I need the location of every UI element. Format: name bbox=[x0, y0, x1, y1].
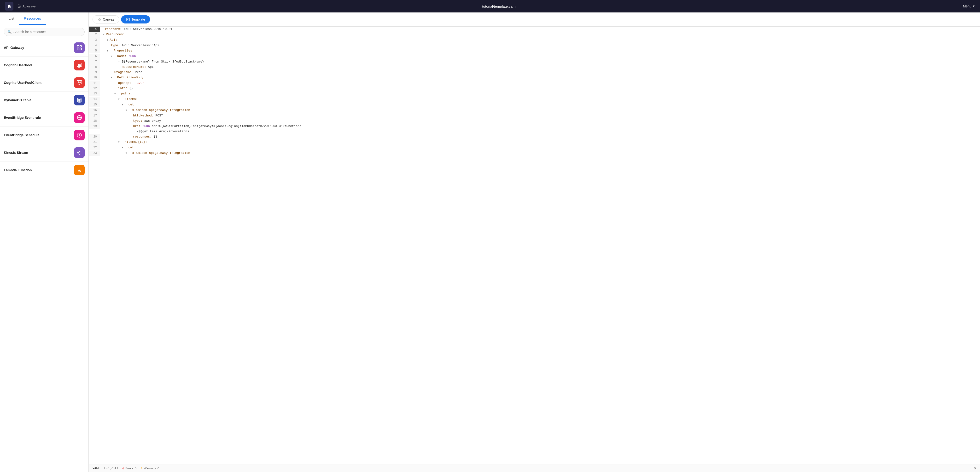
topbar: Autosave tutorial/template.yaml Menu ▼ bbox=[0, 0, 980, 13]
resource-label: Lambda Function bbox=[4, 168, 32, 172]
code-line: 15 ▼ get: bbox=[89, 102, 980, 108]
line-content: uri: !Sub arn:${AWS::Partition}:apigatew… bbox=[100, 124, 301, 134]
resource-icon bbox=[74, 112, 84, 123]
resource-label: API Gateway bbox=[4, 46, 24, 49]
resource-label: Cognito UserPool bbox=[4, 63, 32, 67]
content-tabs: Canvas Template bbox=[89, 13, 980, 27]
menu-arrow-icon: ▼ bbox=[972, 5, 975, 8]
line-content: ▼ Name: !Sub bbox=[100, 54, 136, 59]
svg-rect-12 bbox=[100, 18, 101, 19]
line-number: 19 bbox=[89, 124, 100, 129]
line-number: 16 bbox=[89, 108, 100, 113]
line-number: 18 bbox=[89, 118, 100, 124]
code-line: 11 openapi: '3.0' bbox=[89, 81, 980, 86]
code-editor[interactable]: 1 Transform: AWS::Serverless-2016-10-31 … bbox=[89, 27, 980, 472]
list-item[interactable]: EventBridge Schedule bbox=[0, 127, 89, 144]
line-content: ▼ DefinitionBody: bbox=[100, 75, 145, 81]
line-number: 13 bbox=[89, 91, 100, 96]
code-line: 2 ▼Resources: bbox=[89, 32, 980, 37]
code-line: 23 ▼ x-amazon-apigateway-integration: bbox=[89, 151, 980, 156]
code-line: 16 ▼ x-amazon-apigateway-integration: bbox=[89, 108, 980, 113]
svg-rect-11 bbox=[98, 18, 99, 19]
resource-icon bbox=[74, 95, 84, 105]
code-line: 9 StageName: Prod bbox=[89, 70, 980, 75]
search-input[interactable] bbox=[13, 30, 81, 34]
svg-point-6 bbox=[78, 82, 79, 83]
line-content: ▼ /items: bbox=[100, 97, 138, 102]
line-number: 4 bbox=[89, 43, 100, 48]
line-number: 1 bbox=[89, 27, 100, 32]
code-line: 10 ▼ DefinitionBody: bbox=[89, 75, 980, 81]
tab-template[interactable]: Template bbox=[121, 15, 150, 24]
line-content: ▼ Properties: bbox=[100, 48, 134, 54]
line-content: ▼ paths: bbox=[100, 91, 132, 97]
code-line: 7 - ${ResourceName} From Stack ${AWS::St… bbox=[89, 59, 980, 64]
list-item[interactable]: DynamoDB Table bbox=[0, 92, 89, 109]
tab-list[interactable]: List bbox=[4, 13, 19, 25]
svg-rect-13 bbox=[98, 20, 99, 21]
line-number: 6 bbox=[89, 54, 100, 59]
line-content: - ResourceName: Api bbox=[100, 64, 154, 70]
code-line: 4 Type: AWS::Serverless::Api bbox=[89, 43, 980, 48]
line-content: info: {} bbox=[100, 86, 133, 91]
status-warnings: ⚠ Warnings: 0 bbox=[140, 467, 159, 470]
code-line: 6 ▼ Name: !Sub bbox=[89, 54, 980, 59]
code-line: 14 ▼ /items: bbox=[89, 97, 980, 102]
tab-resources[interactable]: Resources bbox=[19, 13, 46, 25]
status-left: YAML Ln 1, Col 1 ⊗ Errors: 0 ⚠ Warnings:… bbox=[92, 467, 159, 470]
svg-rect-14 bbox=[100, 20, 101, 21]
resource-label: EventBridge Schedule bbox=[4, 133, 40, 137]
svg-rect-1 bbox=[80, 46, 81, 47]
line-content: ▼Api: bbox=[100, 37, 117, 43]
line-content: ▼ x-amazon-apigateway-integration: bbox=[100, 151, 192, 156]
line-number: 21 bbox=[89, 140, 100, 145]
line-number: 3 bbox=[89, 37, 100, 43]
resource-icon bbox=[74, 60, 84, 70]
list-item[interactable]: Cognito UserPool bbox=[0, 57, 89, 74]
search-icon: 🔍 bbox=[8, 30, 11, 34]
menu-label: Menu bbox=[963, 4, 971, 8]
line-content: Type: AWS::Serverless::Api bbox=[100, 43, 159, 48]
search-box[interactable]: 🔍 bbox=[4, 28, 84, 36]
svg-point-7 bbox=[80, 82, 81, 83]
code-line: 12 info: {} bbox=[89, 86, 980, 91]
status-errors: ⊗ Errors: 0 bbox=[122, 467, 137, 470]
code-line: 5 ▼ Properties: bbox=[89, 48, 980, 54]
list-item[interactable]: Kinesis Stream bbox=[0, 144, 89, 162]
list-item[interactable]: API Gateway bbox=[0, 39, 89, 57]
line-number: 2 bbox=[89, 32, 100, 37]
canvas-icon bbox=[97, 17, 102, 21]
line-number: 23 bbox=[89, 151, 100, 156]
line-content: ▼Resources: bbox=[100, 32, 125, 37]
menu-button[interactable]: Menu ▼ bbox=[963, 4, 975, 8]
code-line: 3 ▼Api: bbox=[89, 37, 980, 43]
main-layout: List Resources 🔍 API Gateway Cognito Use… bbox=[0, 13, 980, 472]
settings-gear-icon[interactable]: ⚙ bbox=[974, 467, 976, 470]
status-lang: YAML bbox=[92, 467, 100, 470]
line-number: 12 bbox=[89, 86, 100, 91]
status-position: Ln 1, Col 1 bbox=[104, 467, 118, 470]
line-number: 20 bbox=[89, 134, 100, 140]
line-number: 8 bbox=[89, 64, 100, 70]
tab-canvas[interactable]: Canvas bbox=[92, 15, 119, 24]
svg-rect-0 bbox=[77, 46, 79, 47]
template-icon bbox=[126, 17, 130, 21]
sidebar-tabs: List Resources bbox=[0, 13, 89, 25]
resource-icon bbox=[74, 165, 84, 175]
list-item[interactable]: EventBridge Event rule bbox=[0, 109, 89, 127]
code-line: 21 ▼ /items/{id}: bbox=[89, 140, 980, 145]
resource-label: EventBridge Event rule bbox=[4, 116, 41, 119]
code-line: 19 uri: !Sub arn:${AWS::Partition}:apiga… bbox=[89, 124, 980, 134]
search-area: 🔍 bbox=[0, 25, 89, 39]
list-item[interactable]: Cognito UserPoolClient bbox=[0, 74, 89, 92]
list-item[interactable]: Lambda Function bbox=[0, 162, 89, 179]
status-bar: YAML Ln 1, Col 1 ⊗ Errors: 0 ⚠ Warnings:… bbox=[89, 464, 980, 472]
warning-icon: ⚠ bbox=[140, 467, 143, 470]
line-number: 7 bbox=[89, 59, 100, 64]
code-area[interactable]: 1 Transform: AWS::Serverless-2016-10-31 … bbox=[89, 27, 980, 464]
home-button[interactable] bbox=[5, 2, 13, 11]
line-number: 11 bbox=[89, 81, 100, 86]
line-number: 15 bbox=[89, 102, 100, 107]
line-content: StageName: Prod bbox=[100, 70, 142, 75]
code-line: 17 httpMethod: POST bbox=[89, 113, 980, 118]
